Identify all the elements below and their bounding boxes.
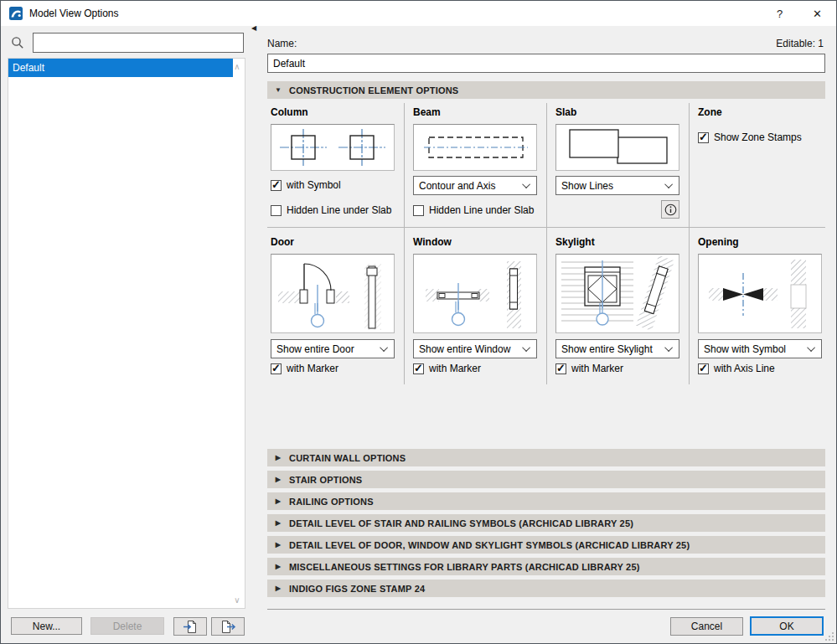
checkbox-box[interactable] [271, 205, 282, 216]
window-cell-title: Window [413, 236, 452, 248]
door-preview-image [271, 254, 395, 333]
delete-button[interactable]: Delete [90, 617, 164, 635]
import-button[interactable] [173, 617, 207, 636]
door-cell-title: Door [271, 236, 294, 248]
dropdown-value: Show entire Window [419, 343, 510, 355]
chevron-down-icon [522, 180, 530, 188]
scroll-down-arrow-icon[interactable]: ∨ [231, 595, 243, 605]
section-title: CONSTRUCTION ELEMENT OPTIONS [289, 85, 458, 95]
cancel-button[interactable]: Cancel [670, 617, 743, 636]
chevron-down-icon [807, 343, 815, 352]
name-label: Name: [267, 38, 297, 49]
collapsed-triangle-icon: ▶ [267, 585, 289, 592]
window-with-marker-checkbox[interactable]: with Marker [413, 363, 481, 374]
collapsed-triangle-icon: ▶ [267, 497, 289, 505]
checkbox-box[interactable] [271, 180, 282, 191]
section-construction-element-options[interactable]: ▼ CONSTRUCTION ELEMENT OPTIONS [267, 81, 825, 99]
collapsed-triangle-icon: ▶ [267, 476, 289, 483]
chevron-down-icon [380, 343, 388, 352]
slab-display-dropdown[interactable]: Show Lines [555, 176, 679, 195]
window-display-dropdown[interactable]: Show entire Window [413, 339, 537, 358]
column-cell-title: Column [271, 106, 308, 118]
checkbox-label: with Marker [287, 363, 338, 374]
column-preview-image [271, 124, 395, 171]
skylight-with-marker-checkbox[interactable]: with Marker [555, 363, 623, 374]
checkbox-box[interactable] [698, 363, 709, 374]
checkbox-label: Show Zone Stamps [714, 131, 802, 143]
slab-preview-image [555, 124, 679, 171]
opening-preview-image [698, 254, 822, 333]
opening-display-dropdown[interactable]: Show with Symbol [698, 339, 822, 358]
ok-button[interactable]: OK [750, 616, 824, 636]
checkbox-box[interactable] [271, 363, 282, 374]
checkbox-label: with Marker [429, 363, 481, 374]
help-button[interactable]: ? [761, 1, 798, 26]
list-item-default[interactable]: Default [8, 59, 233, 77]
opening-cell-title: Opening [698, 236, 739, 248]
section-title: CURTAIN WALL OPTIONS [289, 453, 406, 463]
section-title: RAILING OPTIONS [289, 497, 374, 507]
column-separator [404, 103, 405, 384]
chevron-down-icon [664, 180, 673, 188]
section-title: INDIGO FIGS ZONE STAMP 24 [289, 584, 425, 594]
beam-display-dropdown[interactable]: Contour and Axis [413, 176, 537, 195]
door-display-dropdown[interactable]: Show entire Door [271, 339, 395, 358]
beam-hidden-line-checkbox[interactable]: Hidden Line under Slab [413, 204, 534, 216]
section-title: DETAIL LEVEL OF STAIR AND RAILING SYMBOL… [289, 518, 633, 528]
section-detail-level-door-window-skylight[interactable]: ▶ DETAIL LEVEL OF DOOR, WINDOW AND SKYLI… [267, 536, 825, 554]
collapse-panel-arrow-icon[interactable]: ◀ [251, 24, 256, 32]
resize-grip[interactable] [825, 632, 834, 641]
chevron-down-icon [664, 343, 673, 352]
expanded-triangle-icon: ▼ [267, 86, 289, 94]
dropdown-value: Show with Symbol [704, 343, 786, 355]
section-title: MISCELLANEOUS SETTINGS FOR LIBRARY PARTS… [289, 562, 640, 572]
new-button[interactable]: New... [11, 617, 82, 635]
dropdown-value: Show Lines [561, 180, 613, 192]
checkbox-label: Hidden Line under Slab [429, 204, 534, 216]
archicad-app-icon [9, 7, 23, 20]
opening-with-axis-line-checkbox[interactable]: with Axis Line [698, 363, 775, 374]
column-separator [689, 103, 690, 384]
section-railing-options[interactable]: ▶ RAILING OPTIONS [267, 492, 825, 510]
title-bar[interactable]: Model View Options ? ✕ [1, 1, 836, 26]
search-input[interactable] [33, 33, 244, 53]
collapsed-triangle-icon: ▶ [267, 541, 289, 549]
with-symbol-checkbox[interactable]: with Symbol [271, 179, 341, 191]
collapsed-triangle-icon: ▶ [267, 563, 289, 570]
checkbox-box[interactable] [555, 363, 566, 374]
dropdown-value: Show entire Door [276, 343, 354, 355]
window-title: Model View Options [29, 8, 119, 19]
beam-preview-image [413, 124, 537, 171]
door-with-marker-checkbox[interactable]: with Marker [271, 363, 338, 374]
skylight-cell-title: Skylight [555, 236, 595, 248]
footer-separator [267, 609, 825, 610]
column-hidden-line-checkbox[interactable]: Hidden Line under Slab [271, 204, 391, 216]
dropdown-value: Contour and Axis [419, 180, 495, 192]
checkbox-label: with Marker [571, 363, 623, 374]
show-zone-stamps-checkbox[interactable]: Show Zone Stamps [698, 131, 802, 143]
import-icon [183, 620, 199, 634]
checkbox-box[interactable] [413, 363, 424, 374]
section-curtain-wall-options[interactable]: ▶ CURTAIN WALL OPTIONS [267, 449, 825, 466]
export-button[interactable] [211, 617, 245, 636]
checkbox-box[interactable] [698, 132, 709, 143]
slab-info-button[interactable] [661, 200, 679, 219]
editable-status: Editable: 1 [776, 38, 824, 49]
view-options-list[interactable]: Default ∧ ∨ [8, 58, 245, 609]
close-button[interactable]: ✕ [798, 1, 836, 26]
info-icon [664, 204, 677, 216]
row-separator [267, 227, 825, 228]
checkbox-box[interactable] [413, 205, 424, 216]
section-indigo-figs-zone-stamp[interactable]: ▶ INDIGO FIGS ZONE STAMP 24 [267, 580, 825, 597]
checkbox-label: with Axis Line [714, 363, 775, 374]
checkbox-label: with Symbol [287, 179, 341, 191]
skylight-display-dropdown[interactable]: Show entire Skylight [555, 339, 679, 358]
window-preview-image [413, 254, 537, 333]
checkbox-label: Hidden Line under Slab [287, 204, 391, 216]
export-icon [220, 620, 236, 634]
section-stair-options[interactable]: ▶ STAIR OPTIONS [267, 471, 825, 488]
section-miscellaneous-settings[interactable]: ▶ MISCELLANEOUS SETTINGS FOR LIBRARY PAR… [267, 558, 825, 575]
section-detail-level-stair-railing[interactable]: ▶ DETAIL LEVEL OF STAIR AND RAILING SYMB… [267, 514, 825, 532]
scroll-up-arrow-icon[interactable]: ∧ [231, 62, 243, 71]
name-input[interactable] [267, 54, 825, 73]
